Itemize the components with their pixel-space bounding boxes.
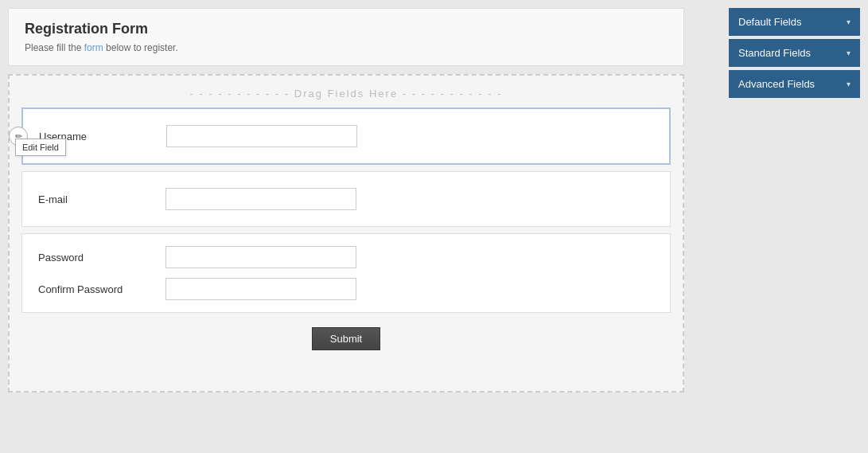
advanced-fields-label: Advanced Fields (738, 78, 815, 90)
email-field-inner: E-mail (38, 188, 654, 210)
form-title: Registration Form (25, 21, 668, 37)
sidebar-item-standard-fields[interactable]: Standard Fields ▾ (729, 39, 860, 67)
email-field-row: E-mail (21, 171, 671, 227)
main-content: Registration Form Please fill the form b… (0, 0, 692, 453)
subtitle-suffix: below to register. (103, 42, 178, 53)
default-fields-chevron-icon: ▾ (847, 18, 850, 26)
form-header: Registration Form Please fill the form b… (8, 8, 684, 66)
password-input[interactable] (165, 246, 356, 268)
email-label: E-mail (38, 193, 165, 205)
confirm-password-field-inner: Confirm Password (38, 278, 654, 300)
edit-tooltip[interactable]: Edit Field (15, 139, 66, 156)
submit-area: Submit (21, 319, 671, 350)
subtitle-link[interactable]: form (84, 42, 103, 53)
username-field-row: ✏ Edit Field Username (21, 107, 671, 165)
password-field-inner: Password (38, 246, 654, 268)
submit-button[interactable]: Submit (312, 327, 380, 350)
advanced-fields-chevron-icon: ▾ (847, 80, 850, 88)
sidebar-item-advanced-fields[interactable]: Advanced Fields ▾ (729, 70, 860, 98)
subtitle-prefix: Please fill the (25, 42, 84, 53)
standard-fields-label: Standard Fields (738, 47, 811, 59)
standard-fields-chevron-icon: ▾ (847, 49, 850, 57)
password-label: Password (38, 252, 165, 264)
sidebar: Default Fields ▾ Standard Fields ▾ Advan… (721, 0, 868, 109)
password-group: Password Confirm Password (21, 233, 671, 313)
sidebar-item-default-fields[interactable]: Default Fields ▾ (729, 8, 860, 36)
username-input[interactable] (166, 125, 357, 147)
confirm-password-label: Confirm Password (38, 283, 165, 295)
form-subtitle: Please fill the form below to register. (25, 42, 668, 53)
confirm-password-input[interactable] (165, 278, 356, 300)
default-fields-label: Default Fields (738, 16, 801, 28)
drop-zone: - - - - - - - - - - - Drag Fields Here -… (8, 74, 684, 392)
username-field-inner: Username (39, 125, 653, 147)
drop-zone-label: - - - - - - - - - - - Drag Fields Here -… (21, 88, 671, 100)
email-input[interactable] (165, 188, 356, 210)
